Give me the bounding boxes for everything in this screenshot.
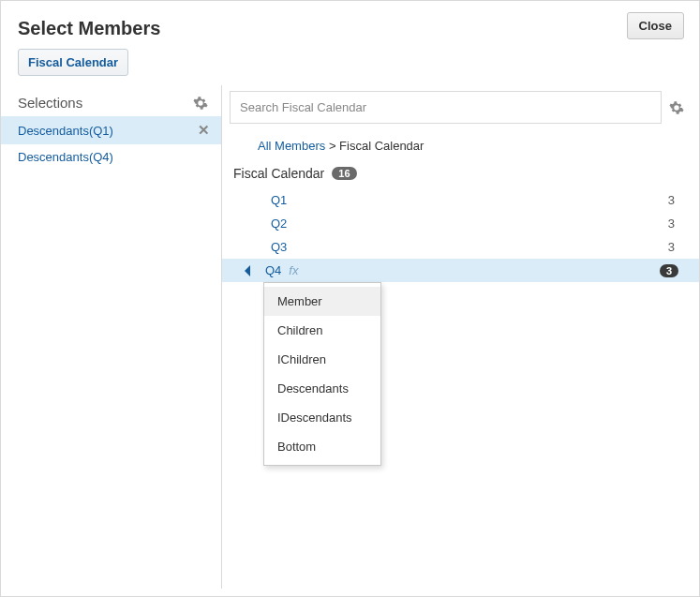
tree-row[interactable]: Q2 3 [230,212,684,235]
breadcrumb-separator: > [329,139,336,153]
dimension-button[interactable]: Fiscal Calendar [18,49,128,76]
member-count: 3 [668,240,678,254]
dialog-header: Select Members Close [1,1,699,47]
select-members-dialog: Select Members Close Fiscal Calendar Sel… [0,0,700,597]
member-label[interactable]: Q3 [271,240,287,254]
selections-sidebar: Selections Descendants(Q1) ✕ Descendants… [1,85,221,596]
selections-title: Selections [18,95,82,111]
member-label[interactable]: Q2 [271,216,287,231]
remove-selection-icon[interactable]: ✕ [198,122,210,139]
count-badge: 3 [660,264,678,277]
tree-root-header: Fiscal Calendar 16 [230,162,684,188]
menu-item-member[interactable]: Member [264,287,380,316]
breadcrumb-link[interactable]: All Members [258,139,325,153]
gear-icon[interactable] [669,100,684,115]
function-menu: Member Children IChildren Descendants ID… [263,282,381,466]
breadcrumb: All Members > Fiscal Calendar [230,135,684,162]
member-label[interactable]: Q4 [265,263,281,277]
dimension-button-row: Fiscal Calendar [1,47,699,85]
member-count: 3 [668,216,678,231]
fx-icon[interactable]: fx [289,263,298,277]
dialog-title: Select Members [18,18,160,39]
breadcrumb-current: Fiscal Calendar [339,139,424,153]
menu-item-descendants[interactable]: Descendants [264,374,380,403]
selection-label: Descendants(Q1) [18,124,113,138]
chevron-left-icon[interactable] [243,265,252,276]
search-input[interactable] [230,91,662,124]
tree-row-selected[interactable]: Q4 fx 3 [222,259,699,282]
close-button[interactable]: Close [627,12,684,39]
menu-item-idescendants[interactable]: IDescendants [264,403,380,432]
tree-row[interactable]: Q3 3 [230,235,684,259]
member-label[interactable]: Q1 [271,193,287,207]
count-badge: 16 [332,167,356,180]
menu-item-bottom[interactable]: Bottom [264,432,380,461]
selections-header: Selections [1,89,221,116]
gear-icon[interactable] [193,96,208,111]
selection-label: Descendants(Q4) [18,150,113,164]
search-row [230,91,684,124]
selection-item[interactable]: Descendants(Q1) ✕ [1,116,221,144]
tree-root-label: Fiscal Calendar [233,166,324,181]
menu-item-ichildren[interactable]: IChildren [264,345,380,374]
menu-item-children[interactable]: Children [264,316,380,345]
member-count: 3 [668,193,678,207]
tree-row[interactable]: Q1 3 [230,188,684,212]
selection-item[interactable]: Descendants(Q4) [1,144,221,170]
